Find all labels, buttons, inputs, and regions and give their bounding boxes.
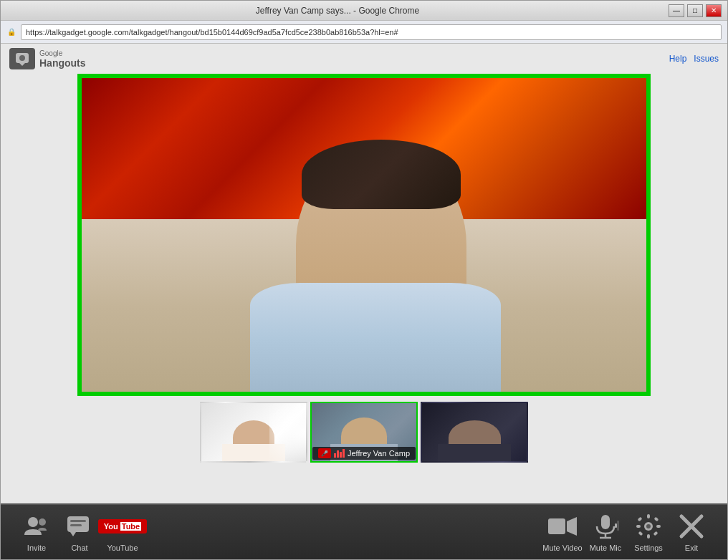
svg-marker-2	[19, 63, 25, 66]
lock-icon: 🔒	[6, 27, 16, 37]
svg-rect-19	[647, 534, 650, 539]
svg-rect-21	[656, 525, 661, 528]
video-main-container: 🎤 Jeffrey Van Camp	[1, 74, 727, 503]
minimize-button[interactable]: —	[669, 4, 684, 17]
close-button[interactable]: ✕	[706, 4, 722, 17]
settings-button[interactable]: Settings	[627, 512, 670, 552]
invite-button[interactable]: Invite	[15, 512, 58, 552]
svg-rect-14	[615, 523, 617, 528]
address-bar: 🔒 https://talkgadget.google.com/talkgadg…	[1, 21, 727, 44]
hangouts-label: Hangouts	[39, 57, 86, 69]
settings-label: Settings	[634, 544, 663, 552]
issues-link[interactable]: Issues	[694, 54, 719, 64]
svg-rect-7	[70, 520, 86, 522]
svg-rect-8	[70, 524, 82, 526]
thumbnail-1[interactable]	[200, 402, 307, 463]
exit-icon	[676, 512, 707, 541]
hangouts-logo-icon	[9, 48, 35, 69]
svg-rect-15	[618, 521, 618, 531]
title-bar: Jeffrey Van Camp says... - Google Chrome…	[1, 1, 727, 21]
hangouts-header: Google Hangouts Help Issues	[1, 44, 727, 74]
name-badge: 🎤 Jeffrey Van Camp	[312, 447, 416, 460]
hangouts-logo: Google Hangouts	[9, 48, 86, 69]
svg-rect-20	[636, 525, 641, 528]
mute-mic-label: Mute Mic	[590, 544, 622, 552]
hangouts-page: Google Hangouts Help Issues	[1, 44, 727, 559]
mute-video-icon	[547, 512, 578, 541]
svg-rect-23	[653, 531, 658, 536]
exit-label: Exit	[685, 544, 698, 552]
svg-point-4	[39, 518, 46, 526]
chat-label: Chat	[71, 544, 87, 552]
svg-marker-6	[70, 532, 76, 536]
help-link[interactable]: Help	[669, 54, 687, 64]
svg-point-1	[19, 55, 25, 61]
svg-rect-9	[548, 518, 565, 534]
window-controls: — □ ✕	[669, 4, 722, 17]
maximize-button[interactable]: □	[687, 4, 703, 17]
youtube-label: YouTube	[107, 544, 138, 552]
youtube-button[interactable]: You Tube YouTube	[101, 512, 144, 552]
svg-rect-22	[637, 516, 642, 521]
settings-icon	[633, 512, 664, 541]
svg-rect-18	[647, 514, 650, 518]
google-label: Google	[39, 49, 86, 57]
svg-marker-10	[567, 517, 577, 536]
mute-mic-icon	[590, 512, 621, 541]
mute-video-label: Mute Video	[542, 544, 582, 552]
svg-point-3	[28, 517, 38, 527]
svg-rect-25	[653, 516, 658, 521]
youtube-logo: You Tube	[98, 519, 147, 534]
svg-rect-24	[638, 531, 643, 536]
invite-icon	[21, 512, 52, 541]
hangouts-logo-text: Google Hangouts	[39, 49, 86, 69]
svg-point-17	[646, 524, 651, 528]
chat-button[interactable]: Chat	[58, 512, 101, 552]
header-links: Help Issues	[669, 54, 719, 64]
youtube-icon: You Tube	[107, 512, 138, 541]
svg-rect-11	[601, 515, 610, 529]
browser-title: Jeffrey Van Camp says... - Google Chrome	[6, 6, 669, 16]
address-input[interactable]: https://talkgadget.google.com/talkgadget…	[21, 24, 722, 40]
thumbnail-3[interactable]	[421, 402, 528, 463]
sound-bars	[334, 449, 345, 458]
invite-label: Invite	[27, 544, 46, 552]
mic-indicator: 🎤	[318, 448, 331, 458]
chat-icon	[64, 512, 95, 541]
bottom-toolbar: Invite Chat You	[1, 503, 727, 559]
main-video	[77, 74, 651, 396]
mute-video-button[interactable]: Mute Video	[541, 512, 584, 552]
thumbnail-row: 🎤 Jeffrey Van Camp	[200, 402, 528, 463]
speaker-name: Jeffrey Van Camp	[348, 449, 410, 458]
mute-mic-button[interactable]: Mute Mic	[584, 512, 627, 552]
exit-button[interactable]: Exit	[670, 512, 713, 552]
